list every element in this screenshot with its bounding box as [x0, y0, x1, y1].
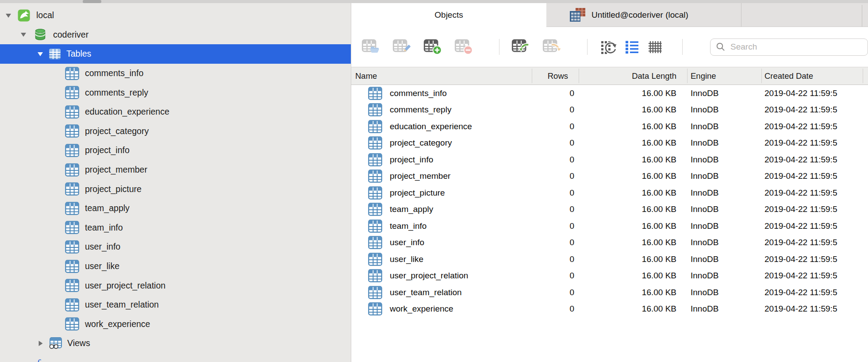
cell-data-length: 16.00 KB [579, 254, 687, 264]
cell-rows: 0 [532, 89, 579, 98]
tree-item-work-experience[interactable]: work_experience [0, 315, 351, 334]
tree-item-comments-reply[interactable]: comments_reply [0, 83, 351, 102]
tree-item-project-info[interactable]: project_info [0, 141, 351, 160]
column-divider[interactable] [579, 69, 579, 83]
tree-item-user-project-relation[interactable]: user_project_relation [0, 276, 351, 295]
tree-item-label: comments_reply [85, 88, 148, 98]
list-view-button[interactable] [622, 38, 641, 56]
table-row-project-member[interactable]: project_member016.00 KBInnoDB2019-04-22 … [351, 168, 868, 185]
column-header-engine[interactable]: Engine [687, 71, 761, 81]
table-icon [65, 124, 79, 138]
table-row-user-project-relation[interactable]: user_project_relation016.00 KBInnoDB2019… [351, 268, 868, 285]
delete-table-button[interactable] [454, 38, 473, 56]
table-row-comments-info[interactable]: comments_info016.00 KBInnoDB2019-04-22 1… [351, 85, 868, 102]
table-row-user-team-relation[interactable]: user_team_relation016.00 KBInnoDB2019-04… [351, 284, 868, 301]
design-table-button[interactable] [392, 38, 411, 56]
column-divider[interactable] [863, 69, 863, 83]
cell-engine: InnoDB [687, 122, 761, 131]
cell-created-date: 2019-04-22 11:59:5 [761, 221, 868, 231]
cell-rows: 0 [532, 204, 579, 214]
table-row-project-info[interactable]: project_info016.00 KBInnoDB2019-04-22 11… [351, 151, 868, 168]
tree-item-project-member[interactable]: project_member [0, 160, 351, 180]
tree-item-label: project_member [85, 165, 147, 175]
table-name-label: user_team_relation [390, 288, 462, 297]
tab-objects[interactable]: Objects [351, 3, 546, 27]
table-row-project-picture[interactable]: project_picture016.00 KBInnoDB2019-04-22… [351, 185, 868, 201]
tab-query-label: Untitled@coderiver (local) [591, 10, 688, 20]
export-wizard-button[interactable] [542, 38, 561, 56]
table-icon [368, 286, 382, 299]
column-divider[interactable] [761, 69, 762, 83]
table-name-label: comments_info [390, 89, 447, 98]
database-icon [34, 28, 46, 41]
tree-item-tables[interactable]: Tables [0, 44, 351, 64]
table-row-education-experience[interactable]: education_experience016.00 KBInnoDB2019-… [351, 118, 868, 135]
tree-item-partial-function[interactable]: ƒ [0, 353, 351, 362]
er-diagram-view-button[interactable] [599, 38, 618, 56]
table-icon [65, 86, 79, 99]
new-table-button[interactable] [423, 38, 442, 56]
object-toolbar [351, 27, 868, 67]
cell-created-date: 2019-04-22 11:59:5 [761, 89, 868, 98]
tab-untitled-query[interactable]: Untitled@coderiver (local) [546, 3, 741, 27]
search-icon [716, 42, 726, 52]
search-input[interactable] [730, 42, 862, 52]
tree-item-user-team-relation[interactable]: user_team_relation [0, 295, 351, 315]
column-header-data-length[interactable]: Data Length [579, 71, 687, 81]
column-header-rows[interactable]: Rows [532, 71, 579, 81]
tree-item-label: local [36, 10, 54, 20]
cell-created-date: 2019-04-22 11:59:5 [761, 138, 868, 148]
cell-data-length: 16.00 KB [579, 238, 687, 247]
disclosure-expanded-icon[interactable] [5, 13, 12, 18]
table-name-label: project_picture [390, 188, 445, 198]
tree-item-project-picture[interactable]: project_picture [0, 179, 351, 199]
disclosure-collapsed-icon[interactable] [37, 340, 43, 347]
disclosure-expanded-icon[interactable] [20, 32, 27, 37]
table-row-user-info[interactable]: user_info016.00 KBInnoDB2019-04-22 11:59… [351, 235, 868, 251]
table-icon [65, 105, 79, 119]
table-row-team-info[interactable]: team_info016.00 KBInnoDB2019-04-22 11:59… [351, 218, 868, 235]
table-row-comments-reply[interactable]: comments_reply016.00 KBInnoDB2019-04-22 … [351, 102, 868, 119]
cell-created-date: 2019-04-22 11:59:5 [761, 271, 868, 281]
cell-engine: InnoDB [687, 221, 761, 231]
import-wizard-button[interactable] [511, 38, 530, 56]
top-horizontal-scrollbar[interactable] [0, 0, 868, 3]
grid-header: Name Rows Data Length Engine Created Dat… [351, 67, 868, 85]
tree-item-user-like[interactable]: user_like [0, 257, 351, 276]
tree-item-education-experience[interactable]: education_experience [0, 102, 351, 122]
tree-item-comments-info[interactable]: comments_info [0, 64, 351, 83]
column-header-created-date[interactable]: Created Date [761, 71, 868, 81]
tree-item-team-info[interactable]: team_info [0, 218, 351, 238]
tree-item-label: user_project_relation [85, 281, 165, 291]
table-row-work-experience[interactable]: work_experience016.00 KBInnoDB2019-04-22… [351, 301, 868, 318]
tree-item-project-category[interactable]: project_category [0, 122, 351, 141]
table-name-label: project_member [390, 171, 450, 181]
tree-item-user-info[interactable]: user_info [0, 237, 351, 257]
tree-item-views[interactable]: Views [0, 334, 351, 353]
scrollbar-thumb[interactable] [83, 0, 101, 3]
tree-item-label: coderiver [53, 30, 88, 40]
toolbar-divider [499, 39, 499, 55]
tree-item-team-apply[interactable]: team_apply [0, 199, 351, 218]
table-row-user-like[interactable]: user_like016.00 KBInnoDB2019-04-22 11:59… [351, 251, 868, 268]
cell-engine: InnoDB [687, 238, 761, 247]
column-divider[interactable] [687, 69, 687, 83]
column-header-name[interactable]: Name [351, 71, 532, 81]
tree-item-label: team_info [85, 223, 123, 233]
grid-view-button[interactable] [645, 38, 664, 56]
cell-engine: InnoDB [687, 204, 761, 214]
table-row-team-apply[interactable]: team_apply016.00 KBInnoDB2019-04-22 11:5… [351, 201, 868, 218]
tree-item-local[interactable]: local [0, 6, 351, 25]
open-table-button[interactable] [361, 38, 380, 56]
table-icon [65, 144, 79, 157]
tree-item-label: comments_info [85, 68, 143, 78]
table-row-project-category[interactable]: project_category016.00 KBInnoDB2019-04-2… [351, 135, 868, 152]
search-field[interactable] [710, 39, 868, 56]
cell-created-date: 2019-04-22 11:59:5 [761, 105, 868, 115]
cell-engine: InnoDB [687, 138, 761, 148]
disclosure-expanded-icon[interactable] [37, 51, 43, 57]
tree-item-coderiver[interactable]: coderiver [0, 25, 351, 45]
tree-item-label: user_info [85, 242, 120, 252]
table-name-label: team_info [390, 221, 426, 231]
column-divider[interactable] [532, 69, 532, 83]
